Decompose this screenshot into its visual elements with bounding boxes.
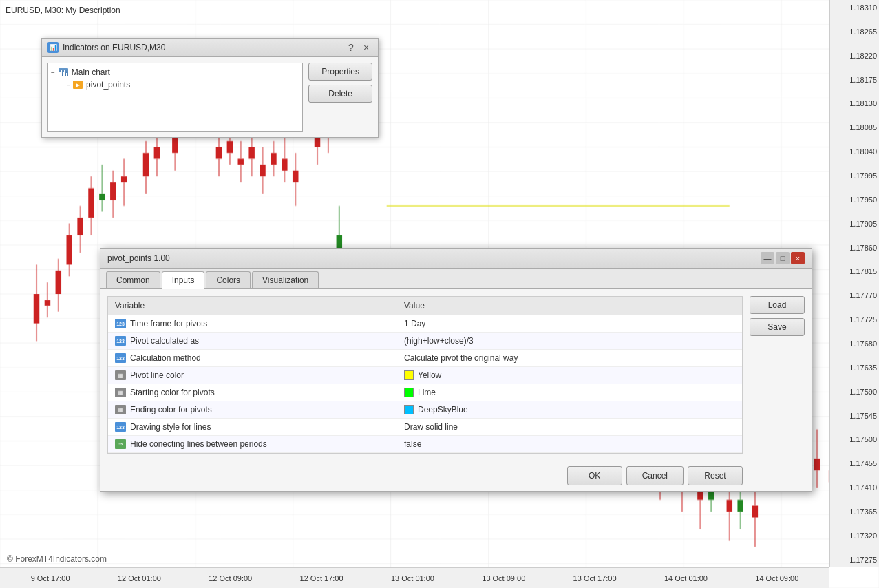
time-label: 13 Oct 17:00: [573, 574, 617, 582]
price-label: 1.17905: [832, 220, 877, 228]
table-header: Variable Value: [108, 297, 742, 315]
dialog-maximize-button[interactable]: □: [776, 252, 790, 264]
time-label: 12 Oct 09:00: [209, 574, 252, 582]
icon-grid: ▦: [115, 388, 126, 397]
tree-expand-icon: −: [51, 69, 55, 76]
color-swatch: [404, 405, 414, 414]
price-label: 1.17545: [832, 412, 877, 420]
dialog-close-button[interactable]: ×: [791, 252, 805, 264]
price-label: 1.18040: [832, 147, 877, 156]
dialog-footer: OK Cancel Reset: [100, 461, 750, 491]
ok-button[interactable]: OK: [567, 466, 622, 485]
dialog-minimize-button[interactable]: —: [761, 252, 774, 264]
save-button[interactable]: Save: [750, 318, 805, 336]
variable-text: Hide conecting lines between periods: [130, 439, 267, 449]
table-row[interactable]: 123 Pivot calculated as (high+low+close)…: [108, 333, 742, 350]
time-label: 9 Oct 17:00: [31, 574, 70, 582]
tab-visualization[interactable]: Visualization: [252, 271, 319, 288]
icon-123: 123: [115, 336, 126, 346]
price-label: 1.18130: [832, 99, 877, 107]
cell-value: Yellow: [397, 367, 742, 384]
table-row[interactable]: 123 Time frame for pivots 1 Day: [108, 315, 742, 333]
time-label: 14 Oct 01:00: [664, 574, 708, 582]
value-text: Lime: [418, 388, 436, 397]
main-chart-label: Main chart: [72, 67, 110, 77]
price-label: 1.17590: [832, 388, 877, 396]
cell-value: Lime: [397, 384, 742, 401]
price-label: 1.18310: [832, 3, 877, 12]
tab-colors[interactable]: Colors: [206, 271, 251, 288]
value-text: 1 Day: [404, 319, 425, 328]
dialog-side-buttons: Load Save: [750, 289, 812, 491]
table-row[interactable]: ⇒ Hide conecting lines between periods f…: [108, 436, 742, 453]
value-text: (high+low+close)/3: [404, 336, 474, 346]
col-value-header: Value: [397, 297, 742, 315]
cell-variable: 123 Time frame for pivots: [108, 315, 397, 332]
icon-grid: ▦: [115, 405, 126, 414]
value-text: DeepSkyBlue: [418, 405, 468, 414]
price-label: 1.17815: [832, 267, 877, 275]
load-button[interactable]: Load: [750, 296, 805, 314]
cell-variable: ⇒ Hide conecting lines between periods: [108, 436, 397, 452]
icon-arrow: ⇒: [115, 439, 126, 449]
table-row[interactable]: ▦ Ending color for pivots DeepSkyBlue: [108, 401, 742, 419]
cancel-button[interactable]: Cancel: [626, 466, 684, 485]
cell-value: 1 Day: [397, 315, 742, 332]
properties-dialog: pivot_points 1.00 — □ × Common Inputs Co…: [100, 248, 812, 492]
delete-button[interactable]: Delete: [308, 85, 372, 103]
value-text: Calculate pivot the original way: [404, 353, 518, 363]
properties-button[interactable]: Properties: [308, 63, 372, 81]
indicators-close-button[interactable]: ×: [360, 41, 372, 54]
tabs-bar: Common Inputs Colors Visualization: [100, 269, 812, 289]
value-text: Draw solid line: [404, 422, 458, 432]
tree-child-item[interactable]: └ ▶ pivot_points: [51, 78, 299, 91]
time-label: 13 Oct 01:00: [391, 574, 434, 582]
tab-common[interactable]: Common: [106, 271, 160, 288]
tab-inputs[interactable]: Inputs: [162, 271, 205, 289]
table-row[interactable]: ▦ Pivot line color Yellow: [108, 367, 742, 384]
table-row[interactable]: ▦ Starting color for pivots Lime: [108, 384, 742, 401]
time-label: 12 Oct 17:00: [300, 574, 343, 582]
icon-grid: ▦: [115, 370, 126, 380]
indicators-panel-titlebar: 📊 Indicators on EURUSD,M30 ? ×: [42, 39, 378, 57]
indicators-help-button[interactable]: ?: [345, 41, 357, 54]
price-label: 1.18265: [832, 28, 877, 36]
reset-button[interactable]: Reset: [688, 466, 743, 485]
indicators-tree: − Main chart └ ▶ pivot_points: [47, 63, 303, 132]
table-row[interactable]: 123 Drawing style for lines Draw solid l…: [108, 419, 742, 436]
chart-title: EURUSD, M30: My Description: [6, 6, 120, 15]
cell-variable: ▦ Pivot line color: [108, 367, 397, 384]
color-swatch: [404, 388, 414, 397]
price-label: 1.17725: [832, 315, 877, 324]
indicators-panel-icon: 📊: [47, 42, 59, 53]
col-variable-header: Variable: [108, 297, 397, 315]
inputs-table: Variable Value 123 Time frame for pivots…: [107, 296, 743, 454]
icon-123: 123: [115, 422, 126, 432]
variable-text: Pivot line color: [130, 370, 184, 380]
cell-variable: 123 Calculation method: [108, 350, 397, 366]
value-text: Yellow: [418, 370, 441, 380]
indicators-panel-controls: ? ×: [345, 41, 372, 54]
pivot-points-label: pivot_points: [86, 80, 130, 90]
variable-text: Time frame for pivots: [130, 319, 207, 328]
indicators-panel-title: Indicators on EURUSD,M30: [63, 43, 165, 52]
price-label: 1.17635: [832, 364, 877, 372]
price-label: 1.17320: [832, 532, 877, 540]
price-axis: 1.183101.182651.182201.181751.181301.180…: [829, 0, 879, 567]
dialog-body: Variable Value 123 Time frame for pivots…: [100, 289, 812, 491]
price-label: 1.17275: [832, 556, 877, 564]
tree-root-item[interactable]: − Main chart: [51, 66, 299, 78]
cell-value: DeepSkyBlue: [397, 401, 742, 418]
icon-123: 123: [115, 319, 126, 328]
dialog-titlebar: pivot_points 1.00 — □ ×: [100, 249, 812, 269]
dialog-window-buttons: — □ ×: [761, 252, 805, 264]
price-label: 1.17455: [832, 459, 877, 468]
table-body: 123 Time frame for pivots 1 Day 123 Pivo…: [108, 315, 742, 453]
cell-variable: ▦ Starting color for pivots: [108, 384, 397, 401]
time-label: 14 Oct 09:00: [755, 574, 798, 582]
table-row[interactable]: 123 Calculation method Calculate pivot t…: [108, 350, 742, 367]
price-label: 1.17995: [832, 171, 877, 180]
dialog-main-area: Variable Value 123 Time frame for pivots…: [100, 289, 750, 491]
indicators-panel-buttons: Properties Delete: [308, 63, 372, 132]
time-label: 13 Oct 09:00: [482, 574, 525, 582]
